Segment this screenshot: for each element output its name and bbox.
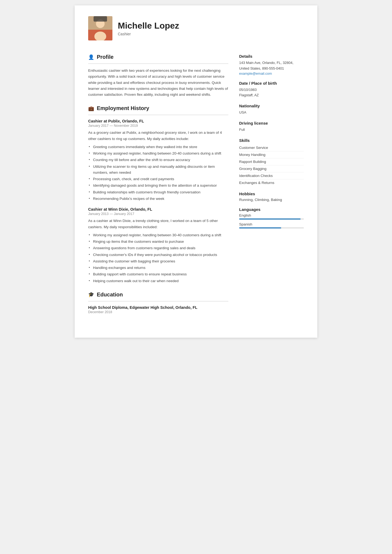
job-0-bullet-0: Greeting customers immediately when they… xyxy=(88,144,228,150)
skill-5: Exchanges & Returns xyxy=(239,179,304,186)
language-1-name: Spanish xyxy=(239,222,304,226)
language-1-bar-fill xyxy=(239,227,281,228)
details-address: 143 Main Ave, Orlando, FL, 32804, xyxy=(239,60,304,66)
driving-value: Full xyxy=(239,127,304,133)
profile-text: Enthusiastic cashier with two years of e… xyxy=(88,68,228,98)
language-0-bar-fill xyxy=(239,218,301,220)
skills-container: Customer ServiceMoney HandlingRapport Bu… xyxy=(239,144,304,186)
candidate-name: Michelle Lopez xyxy=(118,21,179,31)
job-1-dates: January 2013 — January 2017 xyxy=(88,212,228,216)
employment-icon: 💼 xyxy=(88,105,94,111)
profile-section: 👤 Profile Enthusiastic cashier with two … xyxy=(88,54,228,98)
job-0-bullet-4: Processing cash, check, and credit card … xyxy=(88,176,228,182)
edu-0-title: High School Diploma, Edgewater High Scho… xyxy=(88,305,228,310)
jobs-container: Cashier at Publix, Orlando, FLJanuary 20… xyxy=(88,119,228,284)
resume-page: Michelle Lopez Cashier 👤 Profile Enthusi… xyxy=(75,5,317,338)
header-info: Michelle Lopez Cashier xyxy=(118,21,179,36)
language-1: Spanish xyxy=(239,222,304,228)
language-1-bar xyxy=(239,227,304,228)
job-1-bullet-5: Handling exchanges and returns xyxy=(88,265,228,271)
job-0-bullet-7: Recommending Publix's recipes of the wee… xyxy=(88,196,228,202)
job-1-bullet-4: Assisting the customer with bagging thei… xyxy=(88,258,228,264)
dob-value: 05/10/1983 xyxy=(239,87,304,93)
skill-3: Grocery Bagging xyxy=(239,165,304,172)
employment-divider xyxy=(88,115,228,115)
job-0-bullet-5: Identifying damaged goods and bringing t… xyxy=(88,183,228,189)
languages-heading: Languages xyxy=(239,207,304,212)
content-wrapper: 👤 Profile Enthusiastic cashier with two … xyxy=(88,54,304,322)
job-1-bullet-2: Answering questions from customers regar… xyxy=(88,245,228,251)
profile-icon: 👤 xyxy=(88,54,94,60)
svg-rect-4 xyxy=(94,16,107,22)
skills-heading: Skills xyxy=(239,138,304,143)
hobbies-heading: Hobbies xyxy=(239,191,304,196)
left-column: 👤 Profile Enthusiastic cashier with two … xyxy=(88,54,228,322)
job-0-title: Cashier at Publix, Orlando, FL xyxy=(88,119,228,123)
hobbies-text: Running, Climbing, Baking xyxy=(239,198,304,202)
driving-label: Driving license xyxy=(239,121,304,125)
education-icon: 🎓 xyxy=(88,292,94,297)
skill-0: Customer Service xyxy=(239,144,304,151)
job-1-bullet-6: Building rapport with customers to ensur… xyxy=(88,271,228,277)
education-divider xyxy=(88,301,228,302)
edu-0-dates: December 2018 xyxy=(88,310,228,314)
edu-container: High School Diploma, Edgewater High Scho… xyxy=(88,305,228,314)
driving-section: Driving license Full xyxy=(239,121,304,133)
job-1-bullet-3: Checking customer's IDs if they were pur… xyxy=(88,252,228,258)
job-0-bullet-2: Counting my till before and after the sh… xyxy=(88,157,228,163)
nationality-value: USA xyxy=(239,110,304,115)
dob-section: Date / Place of birth 05/10/1983 Flagsta… xyxy=(239,81,304,98)
job-1-bullet-0: Working my assigned register, handling b… xyxy=(88,232,228,238)
job-0-dates: January 2017 — November 2019 xyxy=(88,124,228,128)
employment-section: 💼 Employment History Cashier at Publix, … xyxy=(88,105,228,284)
languages-container: EnglishSpanish xyxy=(239,213,304,228)
job-0-bullet-3: Utilizing the scanner to ring items up a… xyxy=(88,164,228,176)
job-1: Cashier at Winn Dixie, Orlando, FLJanuar… xyxy=(88,207,228,284)
job-0-bullets: Greeting customers immediately when they… xyxy=(88,144,228,202)
job-1-bullet-7: Helping customers walk out to their car … xyxy=(88,278,228,284)
language-0: English xyxy=(239,213,304,220)
job-0-description: As a grocery cashier at Publix, a neighb… xyxy=(88,130,228,142)
job-1-description: As a cashier at Winn Dixie, a trendy clo… xyxy=(88,218,228,230)
edu-0: High School Diploma, Edgewater High Scho… xyxy=(88,305,228,314)
hobbies-section: Hobbies Running, Climbing, Baking xyxy=(239,191,304,202)
job-0: Cashier at Publix, Orlando, FLJanuary 20… xyxy=(88,119,228,202)
details-email[interactable]: example@email.com xyxy=(239,71,304,76)
job-1-bullets: Working my assigned register, handling b… xyxy=(88,232,228,284)
language-0-name: English xyxy=(239,213,304,217)
nationality-label: Nationality xyxy=(239,104,304,108)
job-1-bullet-1: Ringing up items that the customers want… xyxy=(88,239,228,245)
details-heading: Details xyxy=(239,54,304,59)
skill-1: Money Handling xyxy=(239,151,304,158)
profile-divider xyxy=(88,63,228,64)
profile-photo xyxy=(88,16,112,40)
languages-section: Languages EnglishSpanish xyxy=(239,207,304,228)
education-heading: 🎓 Education xyxy=(88,292,228,298)
skill-2: Rapport Building xyxy=(239,158,304,165)
job-0-bullet-6: Building relationships with customers th… xyxy=(88,189,228,195)
nationality-section: Nationality USA xyxy=(239,104,304,115)
birthplace-value: Flagstaff, AZ xyxy=(239,93,304,98)
details-address2: United States, 890-555-0401 xyxy=(239,66,304,71)
education-section: 🎓 Education High School Diploma, Edgewat… xyxy=(88,292,228,314)
language-0-bar xyxy=(239,218,304,220)
right-column: Details 143 Main Ave, Orlando, FL, 32804… xyxy=(239,54,304,322)
skill-4: Identification Checks xyxy=(239,172,304,179)
skills-section: Skills Customer ServiceMoney HandlingRap… xyxy=(239,138,304,186)
dob-label: Date / Place of birth xyxy=(239,81,304,86)
details-section: Details 143 Main Ave, Orlando, FL, 32804… xyxy=(239,54,304,76)
header: Michelle Lopez Cashier xyxy=(88,16,304,46)
job-0-bullet-1: Working my assigned register, handling b… xyxy=(88,151,228,156)
profile-heading: 👤 Profile xyxy=(88,54,228,60)
job-1-title: Cashier at Winn Dixie, Orlando, FL xyxy=(88,207,228,211)
employment-heading: 💼 Employment History xyxy=(88,105,228,111)
candidate-title: Cashier xyxy=(118,32,179,36)
